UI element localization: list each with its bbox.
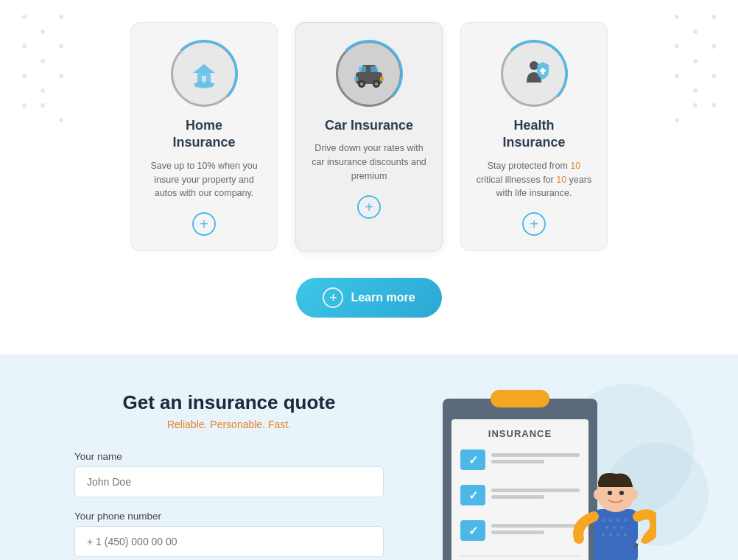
car-icon-wrapper [336, 41, 402, 107]
check-line [491, 495, 544, 499]
car-icon-circle [336, 41, 402, 107]
top-section: HomeInsurance Save up to 10% when you in… [0, 0, 738, 354]
health-card-plus-button[interactable]: + [522, 212, 546, 236]
svg-point-27 [613, 526, 616, 529]
svg-point-25 [624, 519, 627, 522]
car-icon [350, 55, 388, 93]
clipboard-title: INSURANCE [460, 428, 580, 439]
home-icon-wrapper [171, 41, 237, 107]
name-label: Your name [74, 451, 384, 462]
svg-marker-5 [360, 65, 378, 72]
svg-rect-7 [370, 66, 378, 72]
svg-point-23 [609, 519, 612, 522]
svg-point-32 [624, 533, 627, 536]
svg-point-38 [594, 489, 601, 500]
svg-point-22 [602, 519, 605, 522]
svg-rect-15 [542, 68, 544, 74]
insurance-illustration: INSURANCE ✓ ✓ [421, 391, 656, 560]
svg-point-28 [620, 526, 623, 529]
svg-point-8 [358, 80, 365, 88]
check-box-2: ✓ [460, 485, 485, 505]
check-box-1: ✓ [460, 449, 485, 470]
person-illustration [560, 443, 656, 560]
svg-point-26 [605, 526, 608, 529]
svg-point-30 [609, 533, 612, 536]
svg-point-29 [602, 533, 605, 536]
car-card-desc: Drive down your rates with car insurance… [311, 141, 427, 183]
svg-point-3 [194, 81, 214, 88]
svg-point-10 [373, 80, 380, 88]
phone-field-group: Your phone number [74, 511, 384, 557]
car-insurance-card[interactable]: Car Insurance Drive down your rates with… [295, 22, 443, 251]
health-card-desc: Stay protected from 10 critical illnesse… [476, 159, 592, 200]
health-icon-circle [501, 41, 567, 107]
svg-rect-21 [594, 509, 638, 560]
illustration-container: INSURANCE ✓ ✓ [413, 391, 664, 560]
learn-more-plus-icon: + [323, 287, 343, 308]
svg-point-36 [608, 491, 612, 495]
svg-rect-1 [197, 73, 211, 83]
check-line [491, 531, 544, 534]
svg-marker-0 [193, 64, 215, 73]
svg-point-31 [616, 533, 619, 536]
clipboard-clip [491, 390, 549, 407]
home-icon [186, 55, 222, 92]
svg-rect-12 [354, 77, 358, 81]
bottom-section: Get an insurance quote Reliable. Persona… [0, 354, 738, 560]
learn-more-label: Learn more [351, 291, 415, 304]
quote-form-container: Get an insurance quote Reliable. Persona… [74, 391, 384, 560]
form-title: Get an insurance quote [74, 391, 384, 414]
learn-more-button[interactable]: + Learn more [296, 278, 441, 318]
car-card-plus-button[interactable]: + [357, 195, 381, 219]
check-line [491, 460, 544, 463]
form-subtitle: Reliable. Personable. Fast. [74, 419, 384, 430]
svg-rect-13 [380, 77, 384, 81]
insurance-cards-row: HomeInsurance Save up to 10% when you in… [130, 22, 608, 251]
home-card-plus-button[interactable]: + [192, 212, 216, 236]
phone-input[interactable] [74, 526, 384, 557]
health-icon-wrapper [501, 41, 567, 107]
check-box-3: ✓ [460, 520, 485, 541]
phone-label: Your phone number [74, 511, 384, 522]
home-insurance-card[interactable]: HomeInsurance Save up to 10% when you in… [130, 22, 278, 251]
svg-point-14 [530, 61, 538, 70]
svg-rect-2 [202, 76, 206, 83]
car-card-title: Car Insurance [325, 117, 413, 134]
health-icon [515, 55, 553, 93]
health-card-title: HealthInsurance [502, 117, 565, 152]
svg-point-24 [616, 519, 619, 522]
health-insurance-card[interactable]: HealthInsurance Stay protected from 10 c… [460, 22, 608, 251]
svg-point-11 [375, 83, 379, 86]
name-input[interactable] [74, 466, 384, 497]
home-card-title: HomeInsurance [172, 117, 235, 152]
name-field-group: Your name [74, 451, 384, 497]
home-card-desc: Save up to 10% when you insure your prop… [146, 159, 262, 200]
home-icon-circle [171, 41, 237, 107]
svg-point-37 [619, 491, 624, 495]
svg-rect-16 [540, 70, 546, 72]
svg-rect-6 [359, 66, 366, 72]
svg-point-39 [630, 489, 638, 500]
svg-rect-4 [356, 72, 382, 84]
svg-point-9 [360, 83, 364, 86]
